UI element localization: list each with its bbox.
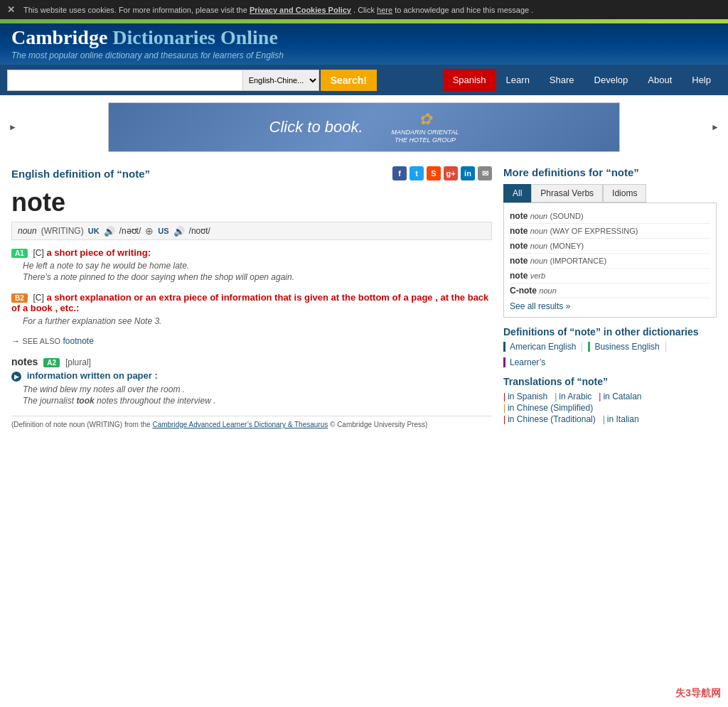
trans-catalan[interactable]: in Catalan [599,392,641,401]
stumbleupon-icon[interactable]: S [427,166,441,180]
b2-definition-section: B2 [C] a short explanation or an extra p… [11,292,492,326]
twitter-icon[interactable]: t [410,166,424,180]
nav-help[interactable]: Help [682,69,721,91]
a1-badge: A1 [11,249,28,258]
share-icons: f t S g+ in ✉ [392,166,492,180]
title-cambridge: Cambridge [11,26,107,48]
ad-bar: ► Click to book. ✿ MANDARIN ORIENTALTHE … [0,95,728,159]
title-rest: Dictionaries Online [107,26,278,48]
site-header: Cambridge Dictionaries Online The most p… [0,19,728,65]
tab-all[interactable]: All [503,184,531,203]
a2-badge: A2 [43,358,60,367]
right-panel: More definitions for “note” All Phrasal … [503,166,717,428]
nav-links: Spanish Learn Share Develop About Help [443,69,721,91]
nav-bar: English-Chine... Search! Spanish Learn S… [0,65,728,95]
b2-badge: B2 [11,293,28,303]
nav-learn[interactable]: Learn [496,69,540,91]
site-subtitle: The most popular online dictionary and t… [11,50,717,60]
us-audio-button[interactable]: 🔊 [173,226,185,237]
notes-section: notes A2 [plural] ▶ information written … [11,356,492,406]
result-tabs: All Phrasal Verbs Idioms [503,184,717,203]
trans-chinese-simplified[interactable]: in Chinese (Simplified) [503,403,593,413]
trans-chinese-traditional[interactable]: in Chinese (Traditional) [503,414,596,424]
result-item-note-verb[interactable]: note verb [510,269,710,284]
uk-label: UK [88,227,100,235]
word-heading: note [11,188,492,217]
nav-about[interactable]: About [638,69,682,91]
ad-icon-left: ► [9,122,17,132]
green-accent-bar [0,19,728,23]
b2-definition-line: B2 [C] a short explanation or an extra p… [11,292,492,313]
right-panel-title: More definitions for “note” [503,166,717,178]
notes-example-1: The wind blew my notes all over the room… [23,384,492,394]
translations-row-1: in Spanish in Arabic in Catalan [503,392,717,401]
a1-def-text: a short piece of writing: [46,247,151,258]
ad-logo: ✿ MANDARIN ORIENTALTHE HOTEL GROUP [363,110,459,144]
other-dicts-title: Definitions of “note” in other dictionar… [503,326,717,338]
result-item-note-sound[interactable]: note noun (SOUND) [510,209,710,224]
ad-icon-right: ► [711,122,719,132]
cookie-bar: ✕ This website uses cookies. For more in… [0,0,728,19]
main-content: English definition of “note” f t S g+ in… [0,159,728,436]
source-link[interactable]: Cambridge Advanced Learner’s Dictionary … [152,421,328,428]
notes-example-2: The journalist took notes throughout the… [23,396,492,406]
translations-title: Translations of “note” [503,376,717,387]
dict-business-english[interactable]: Business English [588,342,665,352]
result-item-note-importance[interactable]: note noun (IMPORTANCE) [510,254,710,269]
result-item-cnote[interactable]: C-note noun [510,284,710,298]
a1-example-1: He left a note to say he would be home l… [23,261,492,271]
search-container: English-Chine... Search! [7,70,377,91]
result-item-note-way[interactable]: note noun (WAY OF EXPRESSING) [510,224,710,239]
a1-bracket: [C] [33,248,43,258]
tab-idioms[interactable]: Idioms [603,184,646,203]
email-icon[interactable]: ✉ [478,166,492,180]
ad-banner[interactable]: Click to book. ✿ MANDARIN ORIENTALTHE HO… [108,102,620,152]
trans-italian[interactable]: in Italian [603,414,639,424]
b2-example-1: For a further explanation see Note 3. [23,316,492,326]
trans-arabic[interactable]: in Arabic [555,392,592,401]
pronunciation-bar: noun (WRITING) UK 🔊 /nəʊt/ ⊕ US 🔊 /noʊt/ [11,222,492,240]
a1-definition-line: A1 [C] a short piece of writing: [11,247,492,258]
search-input[interactable] [7,70,243,91]
separator-icon: ⊕ [145,225,154,237]
dictionary-dropdown[interactable]: English-Chine... [243,70,319,91]
result-item-note-money[interactable]: note noun (MONEY) [510,239,710,254]
info-icon: ▶ [11,372,21,382]
trans-spanish[interactable]: in Spanish [503,392,547,401]
b2-def-text: a short explanation or an extra piece of… [11,292,488,313]
linkedin-icon[interactable]: in [461,166,475,180]
nav-share[interactable]: Share [540,69,584,91]
nav-develop[interactable]: Develop [584,69,638,91]
facebook-icon[interactable]: f [392,166,407,180]
us-label: US [158,227,168,235]
notes-header: notes A2 [plural] [11,356,492,367]
cookie-policy-link[interactable]: Privacy and Cookies Policy [250,6,351,14]
footnote-link[interactable]: footnote [63,336,94,346]
dict-american-english[interactable]: American English [503,342,582,352]
tab-phrasal-verbs[interactable]: Phrasal Verbs [531,184,603,203]
search-button[interactable]: Search! [321,70,377,91]
cookie-here-link[interactable]: here [377,6,392,14]
us-phonetic: /noʊt/ [189,226,210,236]
entry-title-bar: English definition of “note” f t S g+ in… [11,166,492,180]
translations-row-2: in Chinese (Simplified) [503,403,717,413]
see-also-bar: → SEE ALSO footnote [11,336,492,346]
entry-title: English definition of “note” [11,168,150,180]
close-cookie-button[interactable]: ✕ [7,4,15,15]
a1-definition-section: A1 [C] a short piece of writing: He left… [11,247,492,282]
see-all-results-link[interactable]: See all results » [510,301,710,311]
nav-spanish[interactable]: Spanish [443,69,496,91]
source-note: (Definition of note noun (WRITING) from … [11,416,492,428]
dict-learners[interactable]: Learner’s [503,357,551,367]
notes-def-line: ▶ information written on paper : [11,370,492,382]
cookie-message: This website uses cookies. For more info… [23,6,533,14]
site-title: Cambridge Dictionaries Online [11,26,717,49]
b2-bracket: [C] [33,293,43,303]
notes-plural: [plural] [65,357,91,367]
uk-audio-button[interactable]: 🔊 [104,226,115,237]
uk-phonetic: /nəʊt/ [119,226,141,236]
translations-row-3: in Chinese (Traditional) in Italian [503,414,717,424]
googleplus-icon[interactable]: g+ [444,166,458,180]
other-dicts-links: American English Business English Learne… [503,342,717,367]
results-box: note noun (SOUND) note noun (WAY OF EXPR… [503,203,717,318]
